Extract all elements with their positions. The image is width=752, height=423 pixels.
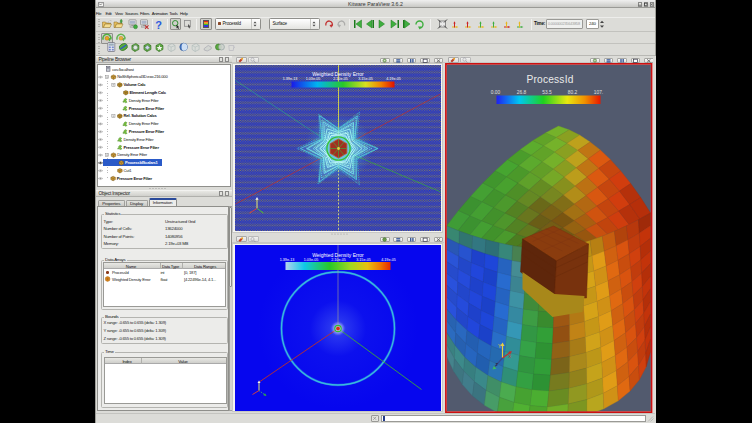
svg-text:?: ? <box>155 19 162 31</box>
